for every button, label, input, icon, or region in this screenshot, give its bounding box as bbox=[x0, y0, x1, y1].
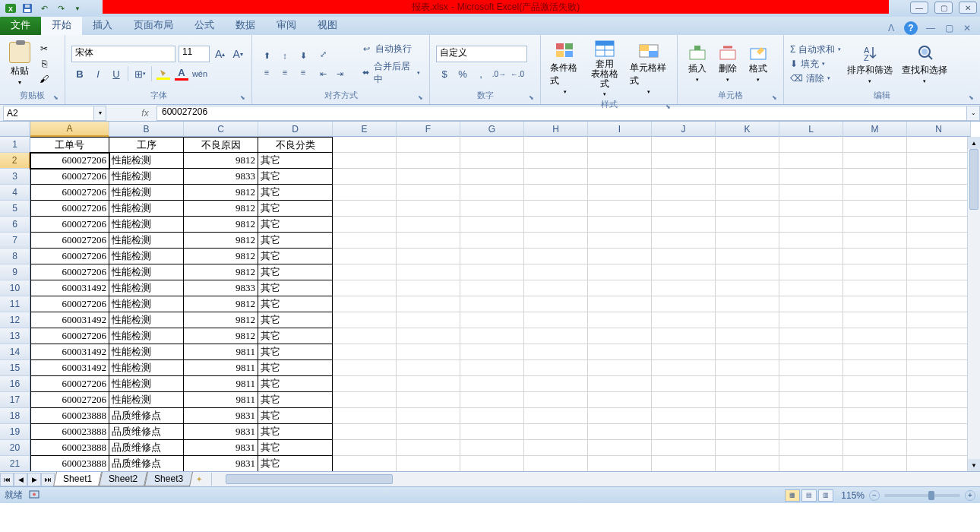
cell-I9[interactable] bbox=[588, 264, 652, 280]
cell-I11[interactable] bbox=[588, 296, 652, 312]
cell-E16[interactable] bbox=[333, 376, 397, 392]
cell-D14[interactable]: 其它 bbox=[258, 344, 333, 360]
cell-B14[interactable]: 性能检测 bbox=[109, 344, 184, 360]
merge-center-button[interactable]: ⬌ 合并后居中 ▾ bbox=[357, 59, 423, 87]
cell-B6[interactable]: 性能检测 bbox=[109, 217, 184, 233]
name-box-dropdown[interactable]: ▾ bbox=[94, 106, 106, 121]
cell-J8[interactable] bbox=[652, 249, 716, 264]
cell-A15[interactable]: 600031492 bbox=[30, 360, 109, 376]
cell-J17[interactable] bbox=[652, 392, 716, 408]
cell-H20[interactable] bbox=[524, 440, 588, 456]
copy-icon[interactable]: ⎘ bbox=[36, 57, 52, 71]
cell-G9[interactable] bbox=[460, 264, 524, 280]
cell-E11[interactable] bbox=[333, 296, 397, 312]
cell-K16[interactable] bbox=[716, 376, 779, 392]
cell-F18[interactable] bbox=[397, 408, 460, 424]
increase-decimal-icon[interactable]: .0→ bbox=[491, 65, 507, 82]
cell-A20[interactable]: 600023888 bbox=[30, 440, 109, 456]
cell-K15[interactable] bbox=[716, 360, 779, 376]
cell-A7[interactable]: 600027206 bbox=[30, 233, 109, 249]
cell-I4[interactable] bbox=[588, 185, 652, 201]
cell-F20[interactable] bbox=[397, 440, 460, 456]
cell-N17[interactable] bbox=[907, 392, 971, 408]
cell-C10[interactable]: 9833 bbox=[184, 280, 258, 296]
increase-indent-icon[interactable]: ⇥ bbox=[331, 66, 348, 81]
cell-J2[interactable] bbox=[652, 153, 716, 169]
cell-C19[interactable]: 9831 bbox=[184, 424, 258, 440]
cell-J4[interactable] bbox=[652, 185, 716, 201]
cell-M20[interactable] bbox=[843, 440, 907, 456]
cell-K18[interactable] bbox=[716, 408, 779, 424]
cell-G17[interactable] bbox=[460, 392, 524, 408]
row-header-8[interactable]: 8 bbox=[0, 249, 30, 264]
cell-C16[interactable]: 9811 bbox=[184, 376, 258, 392]
cell-J16[interactable] bbox=[652, 376, 716, 392]
cell-D7[interactable]: 其它 bbox=[258, 233, 333, 249]
comma-format-icon[interactable]: , bbox=[473, 65, 489, 82]
cell-M7[interactable] bbox=[843, 233, 907, 249]
cell-G14[interactable] bbox=[460, 344, 524, 360]
cell-G3[interactable] bbox=[460, 169, 524, 185]
col-header-C[interactable]: C bbox=[184, 122, 258, 137]
cell-D2[interactable]: 其它 bbox=[258, 153, 333, 169]
cell-L18[interactable] bbox=[779, 408, 843, 424]
cell-F1[interactable] bbox=[397, 137, 460, 153]
row-header-11[interactable]: 11 bbox=[0, 296, 30, 312]
align-left-icon[interactable]: ≡ bbox=[258, 65, 275, 80]
cell-M21[interactable] bbox=[843, 456, 907, 471]
sheet-nav-last[interactable]: ⏭ bbox=[41, 473, 55, 486]
hscroll-thumb[interactable] bbox=[226, 474, 393, 484]
cell-B3[interactable]: 性能检测 bbox=[109, 169, 184, 185]
cell-H5[interactable] bbox=[524, 201, 588, 217]
number-format-select[interactable]: 自定义 bbox=[436, 46, 527, 62]
cell-K9[interactable] bbox=[716, 264, 779, 280]
cell-K11[interactable] bbox=[716, 296, 779, 312]
row-header-4[interactable]: 4 bbox=[0, 185, 30, 201]
qat-dropdown-icon[interactable]: ▼ bbox=[71, 2, 84, 14]
doc-close-icon[interactable]: ✕ bbox=[962, 23, 972, 33]
decrease-font-icon[interactable]: A▾ bbox=[231, 46, 245, 62]
cell-D19[interactable]: 其它 bbox=[258, 424, 333, 440]
cell-M10[interactable] bbox=[843, 280, 907, 296]
cell-B16[interactable]: 性能检测 bbox=[109, 376, 184, 392]
cell-C2[interactable]: 9812 bbox=[184, 153, 258, 169]
clear-button[interactable]: ⌫清除▾ bbox=[790, 72, 841, 85]
cell-N1[interactable] bbox=[907, 137, 971, 153]
cell-C14[interactable]: 9811 bbox=[184, 344, 258, 360]
cell-N12[interactable] bbox=[907, 312, 971, 328]
cell-M5[interactable] bbox=[843, 201, 907, 217]
redo-icon[interactable]: ↷ bbox=[55, 2, 67, 14]
cell-I20[interactable] bbox=[588, 440, 652, 456]
horizontal-scrollbar[interactable] bbox=[211, 473, 980, 486]
cell-C17[interactable]: 9811 bbox=[184, 392, 258, 408]
wrap-text-button[interactable]: ↩ 自动换行 bbox=[357, 41, 423, 57]
decrease-indent-icon[interactable]: ⇤ bbox=[315, 66, 331, 81]
cell-M12[interactable] bbox=[843, 312, 907, 328]
cell-A14[interactable]: 600031492 bbox=[30, 344, 109, 360]
cell-E12[interactable] bbox=[333, 312, 397, 328]
cell-I16[interactable] bbox=[588, 376, 652, 392]
cell-N10[interactable] bbox=[907, 280, 971, 296]
cell-C3[interactable]: 9833 bbox=[184, 169, 258, 185]
close-button[interactable]: ✕ bbox=[959, 2, 977, 14]
cell-D15[interactable]: 其它 bbox=[258, 360, 333, 376]
cell-N8[interactable] bbox=[907, 249, 971, 264]
cell-D16[interactable]: 其它 bbox=[258, 376, 333, 392]
cell-C15[interactable]: 9811 bbox=[184, 360, 258, 376]
page-break-view-icon[interactable]: ▥ bbox=[818, 489, 833, 502]
cell-G12[interactable] bbox=[460, 312, 524, 328]
cell-H19[interactable] bbox=[524, 424, 588, 440]
cell-L2[interactable] bbox=[779, 153, 843, 169]
spreadsheet-grid[interactable]: ABCDEFGHIJKLMN 1工单号工序不良原因不良分类2600027206性… bbox=[0, 122, 980, 471]
cell-H3[interactable] bbox=[524, 169, 588, 185]
cell-A11[interactable]: 600027206 bbox=[30, 296, 109, 312]
col-header-I[interactable]: I bbox=[588, 122, 652, 137]
page-layout-view-icon[interactable]: ▤ bbox=[801, 489, 817, 502]
cut-icon[interactable]: ✂ bbox=[36, 42, 52, 55]
cell-M16[interactable] bbox=[843, 376, 907, 392]
cell-I8[interactable] bbox=[588, 249, 652, 264]
cell-G15[interactable] bbox=[460, 360, 524, 376]
cell-B9[interactable]: 性能检测 bbox=[109, 264, 184, 280]
cell-K12[interactable] bbox=[716, 312, 779, 328]
format-cells-button[interactable]: 格式▾ bbox=[744, 44, 772, 84]
